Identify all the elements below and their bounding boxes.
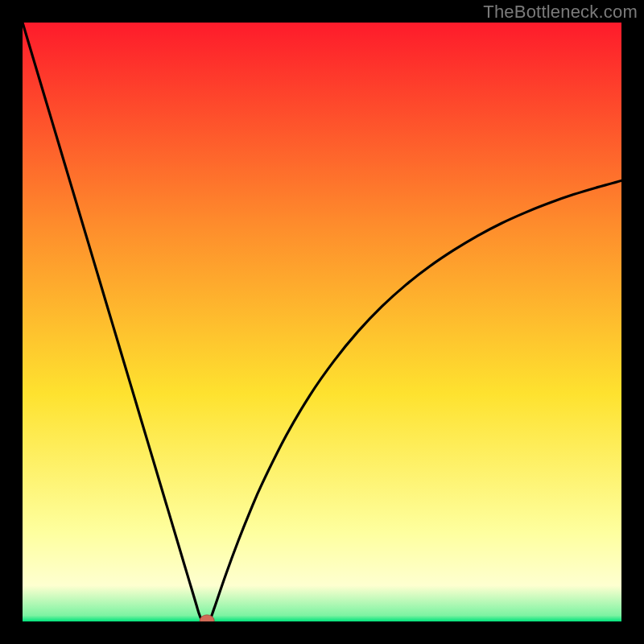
plot-area xyxy=(23,23,621,621)
chart-svg xyxy=(23,23,621,621)
chart-frame: TheBottleneck.com xyxy=(0,0,644,644)
watermark-text: TheBottleneck.com xyxy=(483,2,638,23)
